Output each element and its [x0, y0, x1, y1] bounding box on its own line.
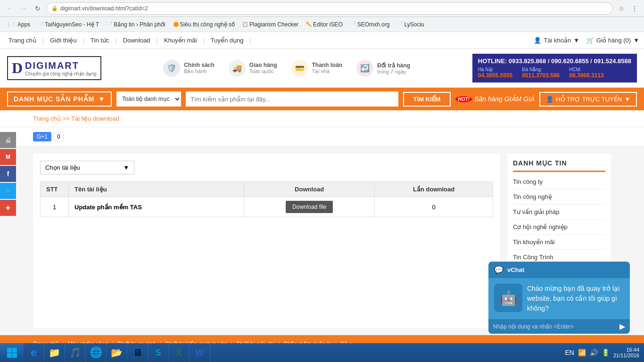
payment-label: Thanh toán Tại nhà	[312, 62, 343, 74]
battery-icon: 🔋	[602, 349, 610, 356]
bookmark-plagiarism-label: Plagiarism Checker	[249, 21, 298, 28]
chat-header: 💬 vChat	[488, 262, 630, 278]
nav-download[interactable]: Download	[119, 37, 154, 44]
bookmark-tainguyenseo[interactable]: 📄 TaiNguyenSeo - Hệ T	[35, 20, 102, 29]
support-label: HỖ TRỢ TRỰC TUYẾN	[556, 96, 622, 103]
taskbar-excel-button[interactable]: X	[169, 343, 190, 362]
bookmark-plagiarism[interactable]: 📋 Plagiarism Checker	[239, 20, 301, 29]
taskbar-word-button[interactable]: W	[190, 343, 210, 362]
chat-avatar: 🤖	[494, 284, 522, 312]
danh-muc-button[interactable]: DANH MỤC SẢN PHẨM ▼	[7, 91, 112, 107]
account-button[interactable]: 👤 Tài khoản ▼	[534, 37, 579, 44]
account-chevron-icon: ▼	[573, 37, 579, 44]
chat-icon: 💬	[494, 265, 504, 274]
nav-gioithieu[interactable]: Giới thiệu	[46, 37, 80, 44]
taskbar-teamviewer-button[interactable]: 🖥	[127, 343, 148, 362]
chat-send-button[interactable]: ▶	[619, 322, 625, 331]
gplus-button[interactable]: G+1	[33, 132, 51, 141]
bookmark-bangin-label: Bảng tin › Phân phối	[114, 21, 165, 28]
forward-button[interactable]: →	[18, 3, 29, 14]
address-bar[interactable]: 🔒 digimart.vn/download.html?catId=2	[46, 2, 613, 15]
breadcrumb-separator: >>	[62, 115, 71, 122]
bookmark-apps-label: Apps	[17, 21, 30, 28]
bookmark-seomxh[interactable]: 📄 SEOmxh.org	[347, 20, 393, 29]
download-file-button[interactable]: Download file	[286, 201, 333, 213]
hanoi-contact: Hà Nội: 04.3955.5555	[478, 67, 512, 79]
returns-feature: ↩️ Đổi trả hàng trong 7 ngày	[356, 60, 410, 77]
lang-indicator: EN	[565, 349, 574, 356]
facebook-button[interactable]: f	[0, 166, 16, 182]
sidebar-item-tuvangiaiphap[interactable]: Tư vấn giải pháp	[513, 205, 605, 220]
volume-icon: 🔊	[590, 349, 598, 356]
svg-rect-0	[7, 348, 12, 353]
doc-select-label: Chọn tài liệu	[45, 164, 80, 171]
taskbar-folder-button[interactable]: 📂	[107, 343, 127, 362]
gplus-section: G+1 0	[0, 127, 644, 147]
hotline-box: HOTLINE: 0933.825.868 / 090.620.6855 / 0…	[472, 54, 637, 82]
hanoi-num: 04.3955.5555	[478, 72, 512, 79]
row-download-cell: Download file	[244, 197, 375, 217]
breadcrumb-home[interactable]: Trang chủ	[33, 115, 61, 122]
nav-khuyenmai[interactable]: Khuyến mãi	[160, 37, 200, 44]
promo-label: Săn hàng GIẢM GIÁ	[474, 95, 535, 103]
nav-trangchu[interactable]: Trang chủ	[5, 37, 40, 44]
bookmark-sieuthicongnghe-label: Siêu thị công nghệ số	[180, 21, 235, 28]
sidebar-item-tinkhuyenmai[interactable]: Tin khuyến mãi	[513, 235, 605, 250]
hcm-label: HCM:	[569, 67, 603, 72]
returns-label: Đổi trả hàng trong 7 ngày	[377, 62, 410, 74]
twitter-button[interactable]: 🐦	[0, 183, 16, 199]
hot-badge: HOT!	[455, 96, 471, 102]
logo[interactable]: D DIGIMART Chuyên gia công nghệ nhận dạn…	[7, 56, 101, 80]
taskbar-chrome-button[interactable]: 🌐	[86, 343, 107, 362]
taskbar-ie-button[interactable]: e	[24, 343, 44, 362]
cart-button[interactable]: 🛒 Giỏ hàng (0) ▼	[586, 37, 639, 44]
browser-menu-button[interactable]: ⋮	[629, 3, 640, 14]
svg-rect-2	[7, 353, 12, 358]
gmail-button[interactable]: M	[0, 149, 16, 165]
danang-label: Đà Nẵng:	[522, 67, 560, 72]
doc-select-chevron-icon: ▼	[123, 164, 129, 171]
nav-tintuc[interactable]: Tin tức	[87, 37, 113, 44]
add-button[interactable]: +	[0, 200, 16, 216]
nav-tuyendung[interactable]: Tuyển dụng	[207, 37, 248, 44]
sidebar-item-tincongnghe[interactable]: Tin công nghệ	[513, 189, 605, 205]
bookmark-apps[interactable]: ⋮⋮ Apps	[4, 20, 33, 29]
chat-message: Chào mừng bạn đã quay trở lại website, b…	[527, 284, 624, 313]
bookmark-bangin[interactable]: 📄 Bảng tin › Phân phối	[104, 20, 168, 29]
search-button[interactable]: TÌM KIẾM	[403, 92, 451, 107]
back-button[interactable]: ←	[4, 3, 15, 14]
chat-input[interactable]	[493, 323, 616, 330]
bookmark-editorseo[interactable]: ✏️ Editor iSEO	[303, 20, 346, 29]
sidebar-item-cohoinghenghiep[interactable]: Cơ hội nghề nghiệp	[513, 220, 605, 235]
col-count: Lần download	[375, 182, 493, 197]
taskbar-skype-button[interactable]: S	[148, 343, 169, 362]
sidebar-item-tinconty[interactable]: Tin công ty	[513, 174, 605, 189]
taskbar-explorer-button[interactable]: 📁	[44, 343, 65, 362]
category-select[interactable]: Toàn bộ danh mục	[116, 91, 181, 107]
breadcrumb: Trang chủ >> Tài liệu download	[33, 115, 611, 122]
col-stt: STT	[41, 182, 69, 197]
support-button[interactable]: 👤 HỖ TRỢ TRỰC TUYẾN ▼	[539, 92, 637, 107]
refresh-button[interactable]: ↻	[32, 3, 43, 14]
bookmark-lysociu[interactable]: 📄 LySociu	[394, 20, 427, 29]
policy-label: Chính sách Bảo hành	[184, 62, 215, 74]
col-name: Tên tài liệu	[69, 182, 244, 197]
page-icon-3: 📋	[242, 22, 248, 27]
shipping-feature: 🚚 Giao hàng Toàn quốc	[229, 60, 277, 77]
sidebar-box: DANH MỤC TIN Tin công ty Tin công nghệ T…	[507, 154, 611, 271]
bookmark-lysociu-label: LySociu	[404, 21, 424, 28]
download-table: STT Tên tài liệu Download Lần download 1…	[40, 181, 493, 217]
logo-d: D	[12, 59, 23, 77]
gplus-widget: G+1 0	[33, 130, 64, 144]
start-button[interactable]	[0, 343, 24, 362]
search-input[interactable]	[186, 91, 398, 107]
taskbar-media-button[interactable]: 🎵	[65, 343, 86, 362]
bookmark-sieuthicongnghe[interactable]: 🟠 Siêu thị công nghệ số	[170, 20, 238, 29]
print-button[interactable]: 🖨	[0, 132, 16, 148]
search-btn-label: TÌM KIẾM	[413, 96, 441, 103]
cart-chevron-icon: ▼	[633, 37, 639, 44]
doc-select[interactable]: Chọn tài liệu ▼	[40, 161, 134, 174]
page-icon-2: 📄	[107, 22, 112, 27]
bookmark-star-button[interactable]: ☆	[616, 3, 627, 14]
col-download: Download	[244, 182, 375, 197]
